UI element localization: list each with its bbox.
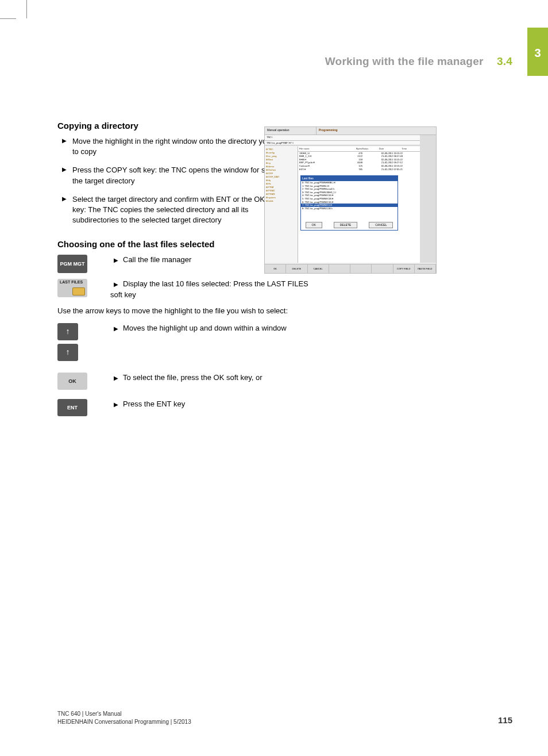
ss-popup-cancel[interactable]: CANCEL: [369, 222, 393, 228]
chapter-tab: 3: [527, 28, 548, 76]
step: To select the file, press the OK soft ke…: [110, 373, 263, 382]
ss-sk-delete[interactable]: DELETE: [286, 264, 307, 273]
page-number: 115: [498, 714, 512, 726]
step: Moves the highlight up and down within a…: [110, 324, 287, 332]
running-head: Working with the file manager 3.4: [57, 54, 512, 70]
arrow-down-key[interactable]: ↑: [57, 344, 78, 361]
ss-popup-ok[interactable]: OK: [306, 222, 322, 228]
ss-softkey-row: OK DELETE CANCEL COPY FIELD PASTE FIELD: [265, 264, 436, 273]
ss-sk-cancel[interactable]: CANCEL: [308, 264, 329, 273]
pgm-mgt-key[interactable]: PGM MGT: [57, 255, 87, 273]
footer-line1: TNC 640 | User's Manual: [57, 710, 191, 718]
ss-sk-copy[interactable]: COPY FIELD: [393, 264, 415, 273]
ent-key[interactable]: ENT: [57, 399, 87, 416]
crop-mark: [26, 0, 27, 18]
ss-sidebar: [420, 135, 436, 263]
last-files-softkey[interactable]: LAST FILES: [57, 279, 87, 297]
ss-popup-delete[interactable]: DELETE: [334, 222, 357, 228]
step: Call the file manager: [110, 255, 191, 264]
crop-mark: [0, 18, 16, 19]
footer-line2: HEIDENHAIN Conversational Programming | …: [57, 718, 191, 726]
arrow-up-icon: ↑: [66, 347, 70, 358]
ok-softkey[interactable]: OK: [57, 373, 87, 390]
screenshot-file-manager: Manual operation Programming TNC:\ TNC:\…: [264, 126, 437, 274]
ss-popup-title: Last files: [301, 176, 398, 181]
step: Press the COPY soft key: the TNC opens t…: [57, 165, 293, 186]
step: Select the target directory and confirm …: [57, 194, 293, 226]
ss-filter: TNC:\nc_prog\PGM\*.H;*.I: [265, 141, 436, 145]
ss-last-files-popup: Last files 0: TNC:\nc_prog\PGM\HEBEL.H 1…: [300, 175, 398, 231]
chapter-number: 3: [527, 28, 548, 61]
step: Display the last 10 files selected: Pres…: [110, 279, 308, 298]
ss-tree: ⊟ TNC: ⊞ config ⊟ nc_prog ⊞ Best ⊞ cy ⊞ …: [265, 147, 298, 263]
arrow-up-key[interactable]: ↑: [57, 323, 78, 340]
ss-mode-programming: Programming: [317, 127, 340, 135]
section-title: Working with the file manager: [325, 55, 484, 67]
arrow-up-icon: ↑: [66, 326, 70, 337]
section-number: 3.4: [497, 55, 512, 67]
step: Press the ENT key: [110, 400, 185, 408]
ss-sk-paste[interactable]: PASTE FIELD: [415, 264, 436, 273]
step: Move the highlight in the right window o…: [57, 136, 293, 157]
instruction-text: Use the arrow keys to move the highlight…: [57, 306, 316, 316]
folder-icon: [72, 287, 85, 296]
page-footer: TNC 640 | User's Manual HEIDENHAIN Conve…: [57, 710, 512, 726]
ss-sk-ok[interactable]: OK: [265, 264, 286, 273]
ss-mode-manual: Manual operation: [265, 127, 317, 135]
ss-path: TNC:\: [265, 135, 436, 141]
